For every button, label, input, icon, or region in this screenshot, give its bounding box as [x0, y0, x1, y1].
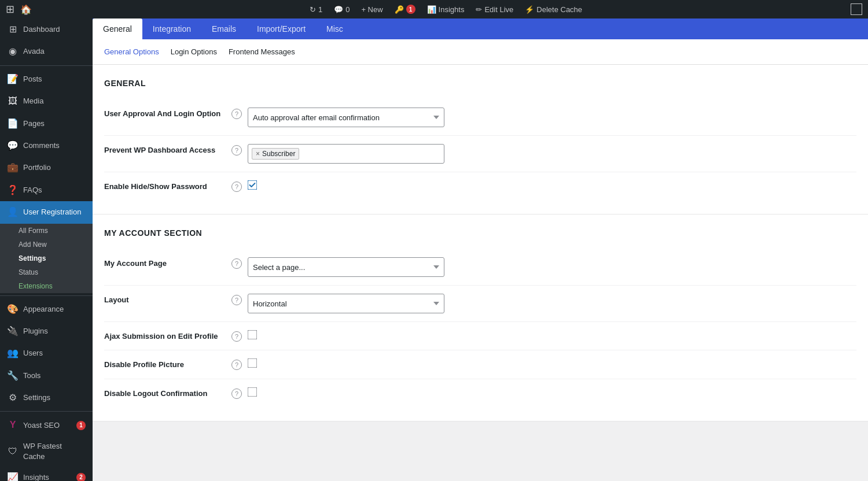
sidebar-item-tools[interactable]: 🔧 Tools — [0, 365, 93, 387]
wpml-badge: 1 — [406, 5, 415, 14]
checkbox-ajax-submission[interactable] — [248, 330, 257, 339]
checkbox-hide-show-password[interactable] — [248, 180, 257, 190]
sidebar-label-comments: Comments — [23, 140, 86, 151]
sidebar-item-faqs[interactable]: ❓ FAQs — [0, 179, 93, 201]
updates-icon: ↻ — [310, 5, 316, 14]
adminbar-new[interactable]: + New — [356, 0, 387, 18]
help-ajax-submission[interactable]: ? — [231, 331, 242, 342]
tab-emails[interactable]: Emails — [201, 18, 247, 39]
sidebar-item-avada[interactable]: ◉ Avada — [0, 40, 93, 62]
help-disable-profile-picture[interactable]: ? — [231, 360, 242, 370]
checkbox-disable-profile-picture[interactable] — [248, 358, 257, 368]
help-user-approval[interactable]: ? — [231, 109, 242, 119]
sidebar-item-plugins[interactable]: 🔌 Plugins — [0, 320, 93, 342]
help-disable-logout-confirmation[interactable]: ? — [231, 388, 242, 399]
sidebar-item-insights[interactable]: 📈 Insights 2 — [0, 467, 93, 481]
field-disable-profile-picture: Disable Profile Picture ? — [104, 350, 856, 379]
adminbar-cache[interactable]: ⚡ Delete Cache — [520, 0, 587, 18]
editlive-label: Edit Live — [484, 5, 513, 14]
main-content: General Integration Emails Import/Export… — [93, 18, 868, 481]
sidebar-label-posts: Posts — [23, 74, 86, 84]
sidebar-item-users[interactable]: 👥 Users — [0, 342, 93, 364]
label-layout: Layout — [104, 294, 231, 305]
wpfastestcache-icon: 🛡 — [7, 445, 19, 458]
subnav-login-options[interactable]: Login Options — [171, 46, 217, 57]
tag-remove-subscriber[interactable]: × — [256, 150, 260, 158]
plugins-icon: 🔌 — [7, 325, 19, 338]
sidebar-label-faqs: FAQs — [23, 185, 86, 195]
sidebar-item-yoast[interactable]: Y Yoast SEO 1 — [0, 414, 93, 436]
checkbox-disable-logout-confirmation[interactable] — [248, 387, 257, 397]
main-tab-header: General Integration Emails Import/Export… — [93, 18, 868, 39]
sidebar-item-media[interactable]: 🖼 Media — [0, 90, 93, 112]
yoast-badge: 1 — [76, 421, 86, 430]
home-icon[interactable]: 🏠 — [20, 4, 32, 15]
sidebar-label-user-registration: User Registration — [23, 207, 86, 217]
sidebar-item-dashboard[interactable]: ⊞ Dashboard — [0, 18, 93, 40]
adminbar-comments[interactable]: 💬 0 — [329, 0, 354, 18]
help-layout[interactable]: ? — [231, 295, 242, 305]
sidebar-item-portfolio[interactable]: 💼 Portfolio — [0, 157, 93, 179]
sidebar-label-dashboard: Dashboard — [23, 24, 86, 35]
subnav-frontend-messages[interactable]: Frontend Messages — [229, 46, 295, 57]
portfolio-icon: 💼 — [7, 161, 19, 174]
sidebar-item-comments[interactable]: 💬 Comments — [0, 135, 93, 157]
comments-count: 0 — [345, 5, 350, 14]
sidebar-item-appearance[interactable]: 🎨 Appearance — [0, 298, 93, 320]
sidebar-label-portfolio: Portfolio — [23, 162, 86, 173]
tab-import-export[interactable]: Import/Export — [247, 18, 316, 39]
adminbar-editlive[interactable]: ✏ Edit Live — [471, 0, 518, 18]
wpml-icon: 🔑 — [395, 5, 404, 14]
media-icon: 🖼 — [7, 95, 19, 108]
avada-icon: ◉ — [7, 45, 19, 58]
posts-icon: 📝 — [7, 73, 19, 86]
control-prevent-dashboard: × Subscriber — [248, 144, 856, 164]
editlive-icon: ✏ — [476, 5, 482, 14]
adminbar-updates[interactable]: ↻ 1 — [305, 0, 327, 18]
sidebar-item-settings[interactable]: ⚙ Settings — [0, 387, 93, 409]
select-my-account-page[interactable]: Select a page... — [248, 257, 444, 277]
sidebar-item-wpfastestcache[interactable]: 🛡 WP Fastest Cache — [0, 436, 93, 467]
tab-integration[interactable]: Integration — [142, 18, 201, 39]
sidebar-item-posts[interactable]: 📝 Posts — [0, 68, 93, 90]
tab-misc[interactable]: Misc — [316, 18, 354, 39]
help-prevent-dashboard[interactable]: ? — [231, 145, 242, 156]
new-label: + New — [361, 5, 382, 14]
dashboard-icon: ⊞ — [7, 23, 19, 36]
submenu-status[interactable]: Status — [0, 265, 93, 279]
sub-nav: General Options Login Options Frontend M… — [93, 39, 868, 65]
sidebar-item-user-registration[interactable]: 👤 User Registration — [0, 201, 93, 223]
tab-general[interactable]: General — [93, 18, 142, 39]
submenu-extensions[interactable]: Extensions — [0, 279, 93, 293]
general-section: GENERAL User Approval And Login Option ?… — [93, 65, 868, 214]
adminbar-insights[interactable]: 📊 Insights — [422, 0, 469, 18]
submenu-all-forms[interactable]: All Forms — [0, 224, 93, 238]
admin-bar: ⊞ 🏠 ↻ 1 💬 0 + New 🔑 1 📊 Insights ✏ Edit … — [0, 0, 868, 18]
svg-rect-2 — [248, 358, 257, 368]
tools-icon: 🔧 — [7, 369, 19, 382]
wp-logo-icon[interactable]: ⊞ — [6, 3, 14, 16]
help-hide-show-password[interactable]: ? — [231, 182, 242, 192]
sidebar-item-pages[interactable]: 📄 Pages — [0, 113, 93, 135]
insights-badge: 2 — [76, 473, 86, 481]
yoast-icon: Y — [7, 419, 19, 431]
insights-bar-label: Insights — [439, 5, 465, 14]
select-layout[interactable]: Horizontal Vertical — [248, 294, 444, 313]
label-disable-logout-confirmation: Disable Logout Confirmation — [104, 387, 231, 399]
pages-icon: 📄 — [7, 117, 19, 130]
submenu-add-new[interactable]: Add New — [0, 238, 93, 251]
help-my-account-page[interactable]: ? — [231, 258, 242, 269]
field-disable-logout-confirmation: Disable Logout Confirmation ? — [104, 379, 856, 407]
field-my-account-page: My Account Page ? Select a page... — [104, 249, 856, 286]
main-tab-wrapper: General Integration Emails Import/Export… — [93, 18, 868, 39]
tag-subscriber: × Subscriber — [252, 148, 299, 160]
submenu-settings[interactable]: Settings — [0, 251, 93, 265]
select-user-approval[interactable]: Auto approval after email confirmation A… — [248, 108, 444, 127]
sidebar-label-yoast: Yoast SEO — [23, 420, 72, 431]
tag-input-dashboard[interactable]: × Subscriber — [248, 144, 444, 164]
subnav-general-options[interactable]: General Options — [104, 46, 159, 57]
screen-options-button[interactable] — [851, 3, 862, 15]
adminbar-wpml[interactable]: 🔑 1 — [390, 0, 420, 18]
label-prevent-dashboard: Prevent WP Dashboard Access — [104, 144, 231, 156]
my-account-section: MY ACCOUNT SECTION My Account Page ? Sel… — [93, 214, 868, 421]
